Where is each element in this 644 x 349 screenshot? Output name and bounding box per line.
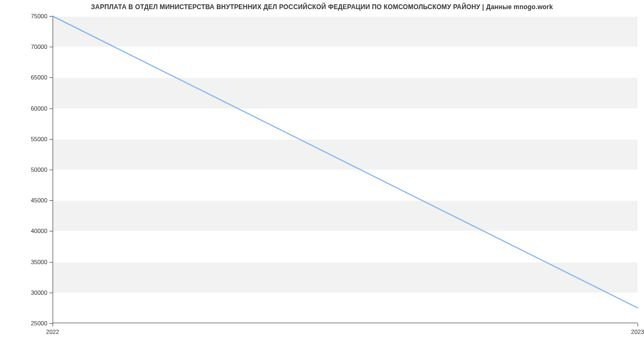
y-tick-label: 55000 [20, 136, 47, 142]
chart-title: ЗАРПЛАТА В ОТДЕЛ МИНИСТЕРСТВА ВНУТРЕННИХ… [0, 3, 644, 11]
y-tick-label: 60000 [20, 105, 47, 112]
y-tick [49, 200, 53, 201]
y-tick-label: 50000 [20, 166, 47, 173]
x-tick [53, 323, 53, 326]
y-tick-label: 70000 [20, 43, 47, 50]
y-tick-label: 75000 [20, 13, 47, 19]
line-layer [53, 16, 638, 323]
x-tick-label: 2022 [46, 329, 59, 335]
y-tick-label: 35000 [20, 259, 47, 265]
x-tick-label: 2023 [631, 329, 644, 335]
y-tick [49, 139, 53, 140]
y-tick-label: 65000 [20, 74, 47, 81]
chart-container: ЗАРПЛАТА В ОТДЕЛ МИНИСТЕРСТВА ВНУТРЕННИХ… [0, 0, 644, 349]
y-tick [49, 170, 53, 170]
y-tick [49, 293, 53, 293]
y-tick-label: 45000 [20, 197, 47, 203]
x-tick [638, 323, 638, 326]
y-tick [49, 231, 53, 231]
y-tick [49, 47, 53, 47]
y-tick [49, 77, 53, 78]
y-tick-label: 25000 [20, 320, 47, 326]
y-tick [49, 262, 53, 263]
y-tick [49, 108, 53, 109]
plot-area: 2500030000350004000045000500005500060000… [53, 16, 638, 323]
y-tick-label: 40000 [20, 228, 47, 234]
y-tick [49, 16, 53, 17]
data-line [53, 16, 638, 308]
y-tick-label: 30000 [20, 289, 47, 296]
